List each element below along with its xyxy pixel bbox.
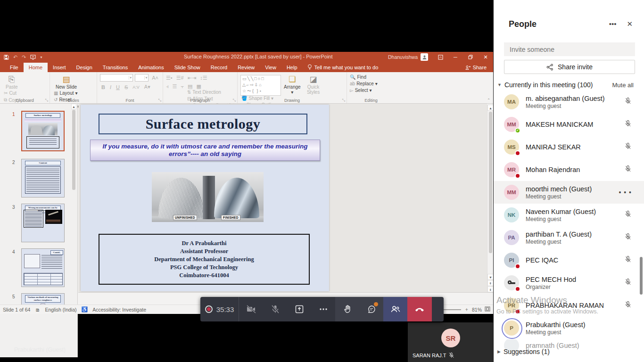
participant-row[interactable]: MM moorthi mech (Guest) Meeting guest • … (494, 181, 644, 204)
ribbon-tab-design[interactable]: Design (71, 63, 98, 72)
layout-button[interactable]: ▦Layout ▾ (54, 90, 79, 96)
undo-icon[interactable]: ↶ (13, 54, 17, 60)
ribbon-tab-insert[interactable]: Insert (48, 63, 71, 72)
increase-font-icon[interactable]: A˄ (150, 75, 160, 81)
align-center-icon[interactable]: ☰ (173, 83, 177, 90)
participant-row[interactable]: PA parthiban T. A (Guest) Meeting guest (494, 226, 644, 249)
collapse-ribbon-icon[interactable]: ⌃ (487, 98, 490, 102)
font-dialog-launcher[interactable]: ⤡ (158, 98, 161, 103)
slideshow-from-start-icon[interactable] (30, 55, 36, 60)
text-direction-button[interactable]: ⇅Text Direction (187, 90, 234, 95)
surface-finish-image[interactable]: UNFINISHED FINISHED (152, 172, 264, 222)
align-right-icon[interactable]: ⫟ (181, 83, 184, 90)
account-avatar[interactable] (421, 53, 428, 61)
ribbon-tab-record[interactable]: Record (206, 63, 232, 72)
justify-icon[interactable]: ▤ (188, 83, 192, 90)
tell-me-box[interactable]: Tell me what you want to do (303, 62, 383, 72)
participant-mic-off-icon[interactable] (624, 120, 632, 129)
participant-row[interactable]: PR PRABHAKARAN RAMAN (494, 294, 644, 317)
notes-status-icon[interactable]: 🗈 (35, 307, 40, 313)
camera-off-button[interactable] (239, 297, 263, 321)
quick-styles-button[interactable]: ◪Quick Styles (304, 74, 323, 96)
ribbon-tab-file[interactable]: File (5, 63, 24, 72)
qat-customize-icon[interactable]: ▾ (40, 55, 42, 59)
participant-row[interactable]: MR Mohan Rajendran (494, 158, 644, 181)
close-button[interactable]: ✕ (478, 52, 493, 62)
restore-button[interactable] (463, 52, 478, 62)
chat-button[interactable] (359, 297, 383, 321)
participant-row[interactable]: MA m. abiseganathan (Guest) Meeting gues… (494, 90, 644, 113)
slide-number-status[interactable]: Slide 1 of 64 (3, 307, 30, 313)
ribbon-tab-animations[interactable]: Animations (133, 63, 169, 72)
hang-up-button[interactable] (407, 297, 432, 321)
slide-title-box[interactable]: Surface metrology (99, 114, 307, 134)
underline-button[interactable]: U (115, 84, 121, 90)
language-status[interactable]: English (India) (45, 307, 76, 313)
ribbon-tab-view[interactable]: View (260, 63, 281, 72)
participant-mic-off-icon[interactable] (624, 142, 632, 152)
arrange-button[interactable]: ❏Arrange ▾ (281, 74, 304, 96)
ribbon-tab-review[interactable]: Review (232, 63, 260, 72)
participant-mic-off-icon[interactable] (624, 210, 632, 220)
participant-video-tile[interactable]: SR SARAN RAJ.T (408, 322, 493, 362)
italic-button[interactable]: I (108, 84, 113, 90)
cut-button[interactable]: ✂Cut (4, 90, 41, 96)
author-box[interactable]: Dr A Prabukarthi Assistant Professor Dep… (99, 234, 310, 285)
slide-quote-box[interactable]: If you measure, do it with utmost care a… (90, 140, 320, 161)
slide-editor[interactable]: Surface metrology If you measure, do it … (81, 105, 329, 291)
slide-thumbnail-3[interactable]: 3 Wrong measurements can be disastrous (0, 204, 77, 248)
panel-scrollbar[interactable] (640, 257, 643, 295)
font-name-combo[interactable]: ▾ (100, 74, 133, 82)
participant-mic-off-icon[interactable] (624, 233, 632, 242)
columns-icon[interactable]: ▦ (196, 83, 201, 90)
mute-all-button[interactable]: Mute all (612, 82, 634, 89)
meeting-section-header[interactable]: ▼ Currently in this meeting (100) Mute a… (494, 80, 644, 90)
fit-slide-icon[interactable] (485, 306, 490, 313)
scroll-up-icon[interactable]: ▲ (71, 104, 76, 109)
suggestions-section-header[interactable]: ▶ Suggestions (1) (494, 348, 644, 355)
select-button[interactable]: ▻Select ▾ (350, 88, 378, 93)
ribbon-tab-transitions[interactable]: Transitions (98, 63, 133, 72)
redo-icon[interactable]: ↷ (22, 54, 26, 60)
line-spacing-icon[interactable]: ↕☰ (200, 75, 207, 81)
participant-more-icon[interactable]: • • • (619, 188, 632, 197)
paragraph-dialog-launcher[interactable]: ⤡ (233, 98, 236, 103)
participant-row[interactable]: PI PEC IQAC (494, 249, 644, 272)
slide-thumbnail-4[interactable]: 4 Contd.. (0, 248, 77, 293)
show-participants-button[interactable] (383, 297, 407, 321)
ribbon-tab-slide-show[interactable]: Slide Show (169, 63, 206, 72)
paste-button[interactable]: ⎘Paste (3, 74, 21, 90)
slide-thumbnail-1[interactable]: 1 Surface metrology (0, 111, 77, 153)
participant-row[interactable]: P Prabukarthi (Guest) Meeting guest (494, 317, 644, 339)
participant-row[interactable]: MM✓ MAKESH MANICKAM (494, 113, 644, 136)
font-color-button[interactable]: A▾ (143, 84, 152, 90)
ribbon-tab-home[interactable]: Home (24, 63, 48, 72)
indent-icons[interactable]: ⇤⇥ (188, 75, 196, 81)
thumbnail-scrollbar[interactable]: ▲ (71, 104, 76, 357)
drawing-dialog-launcher[interactable]: ⤡ (342, 98, 345, 103)
slide-scrollbar[interactable]: ▲ ▼ ↟ ↡ (487, 105, 493, 292)
account-name[interactable]: Dhanuvishwa (388, 54, 418, 60)
strikethrough-button[interactable]: S (123, 84, 129, 90)
ribbon-tab-help[interactable]: Help (281, 63, 303, 72)
participant-mic-off-icon[interactable] (624, 278, 632, 288)
share-button[interactable]: Share (459, 63, 493, 72)
shapes-gallery[interactable]: ▭╲╲□○□△⌐⇨⇩⌂☆〜{ }⋆ (240, 75, 281, 96)
share-invite-button[interactable]: Share invite (504, 60, 635, 74)
ribbon-display-options-button[interactable] (433, 52, 448, 62)
align-left-icon[interactable]: ⫞ (166, 83, 169, 90)
panel-close-icon[interactable]: ✕ (627, 20, 633, 28)
save-icon[interactable] (4, 55, 9, 60)
participant-mic-off-icon[interactable] (624, 255, 632, 265)
clipboard-dialog-launcher[interactable]: ⤡ (45, 98, 48, 103)
minimize-button[interactable]: ─ (448, 52, 463, 62)
replace-button[interactable]: abReplace ▾ (350, 81, 378, 86)
find-button[interactable]: 🔍Find (350, 74, 378, 80)
invite-input[interactable] (504, 42, 635, 56)
raise-hand-button[interactable] (335, 297, 359, 321)
new-slide-button[interactable]: ▤New Slide (53, 74, 80, 90)
share-screen-button[interactable] (287, 297, 311, 321)
zoom-level[interactable]: 81% (472, 307, 482, 313)
participant-row[interactable]: NK Naveen Kumar (Guest) Meeting guest (494, 204, 644, 226)
accessibility-status[interactable]: Accessibility: Investigate (92, 307, 146, 313)
